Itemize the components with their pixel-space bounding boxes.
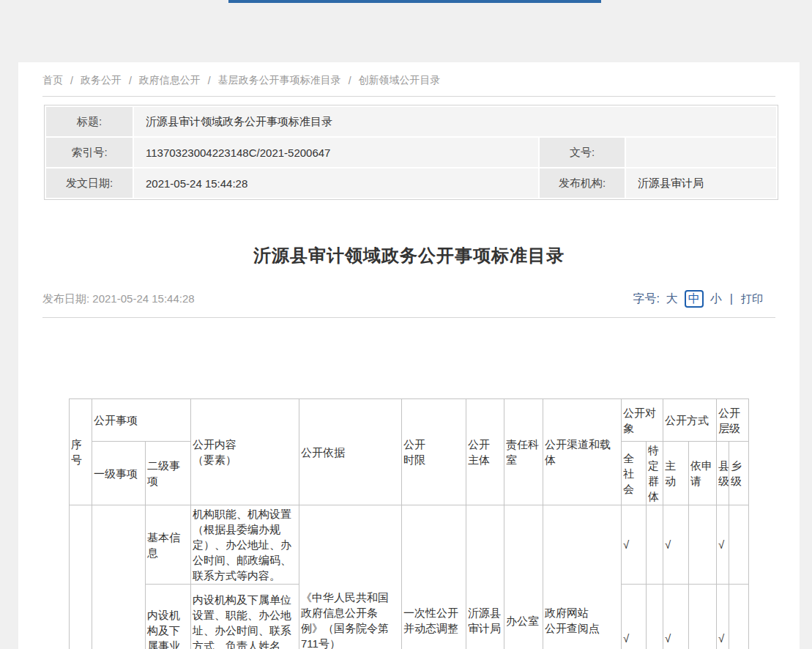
header-time-limit: 公开 时限: [402, 399, 466, 505]
meta-index-label: 索引号:: [46, 138, 133, 167]
header-method-group: 公开方式: [663, 399, 717, 442]
header-active: 主 动: [663, 442, 689, 505]
header-level-group: 公开 层级: [717, 399, 749, 442]
header-channel: 公开渠道和载 体: [543, 399, 622, 505]
cell-check-county: √: [717, 585, 729, 649]
print-button[interactable]: 打印: [741, 292, 763, 306]
meta-agency-value: 沂源县审计局: [626, 168, 776, 198]
header-county: 县 级: [717, 442, 729, 505]
header-level1: 一级事项: [92, 442, 146, 505]
cell-content: 内设机构及下属单位 设置、职能、办公地 址、办公时间、联系 方式、负责人姓名: [191, 585, 299, 649]
content-card: 首页 / 政务公开 / 政府信息公开 / 基层政务公开事项标准目录 / 创新领域…: [18, 62, 800, 649]
header-office: 责任科 室: [504, 399, 543, 505]
cell-basis: 《中华人民共和国 政府信息公开条 例》（国务院令第 711号）: [299, 505, 402, 649]
document-meta-table: 标题: 沂源县审计领域政务公开事项标准目录 索引号: 1137032300422…: [44, 105, 778, 200]
cell-check-specific-group: [647, 585, 663, 649]
breadcrumb-catalog[interactable]: 基层政务公开事项标准目录: [218, 74, 341, 87]
top-nav-accent-bar: [228, 0, 601, 3]
breadcrumb-separator: /: [349, 75, 351, 86]
header-seq: 序 号: [70, 399, 92, 505]
page-title: 沂源县审计领域政务公开事项标准目录: [18, 244, 800, 267]
publish-row: 发布日期: 2021-05-24 15:44:28 字号: 大 中 小 | 打印: [42, 289, 763, 308]
cell-level2: 内设机 构及下 属事业 单位: [146, 585, 191, 649]
catalog-row-basic-info: 基本信 息 机构职能、机构设置 （根据县委编办规 定）、办公地址、办 公时间、邮…: [70, 505, 749, 585]
header-item-group: 公开事项: [92, 399, 191, 442]
cell-check-on-request: [689, 585, 717, 649]
publish-date-label: 发布日期:: [42, 292, 89, 305]
breadcrumb: 首页 / 政务公开 / 政府信息公开 / 基层政务公开事项标准目录 / 创新领域…: [42, 74, 441, 87]
font-size-large-button[interactable]: 大: [666, 292, 678, 307]
header-specific-group: 特 定 群 体: [647, 442, 663, 505]
cell-content: 机构职能、机构设置 （根据县委编办规 定）、办公地址、办 公时间、邮政编码、 联…: [191, 505, 299, 585]
cell-level2: 基本信 息: [146, 505, 191, 585]
meta-date-value: 2021-05-24 15:44:28: [134, 168, 538, 198]
header-content: 公开内容 （要素）: [191, 399, 299, 505]
meta-index-value: 11370323004223148C/2021-5200647: [134, 138, 538, 167]
catalog-table: 序 号 公开事项 公开内容 （要素） 公开依据 公开 时限 公开 主体 责任科 …: [69, 398, 749, 649]
cell-seq: [70, 505, 92, 649]
cell-level1: [92, 505, 146, 649]
cell-check-specific-group: [647, 505, 663, 585]
header-target-group: 公开对 象: [622, 399, 663, 442]
meta-docnum-label: 文号:: [540, 138, 625, 167]
font-size-label: 字号:: [633, 292, 659, 307]
breadcrumb-current[interactable]: 创新领域公开目录: [359, 74, 441, 87]
meta-title-value: 沂源县审计领域政务公开事项标准目录: [134, 107, 776, 136]
breadcrumb-home[interactable]: 首页: [42, 74, 63, 87]
cell-check-township: [729, 505, 749, 585]
breadcrumb-divider: [42, 96, 775, 97]
header-all-society: 全社 会: [622, 442, 647, 505]
article-divider: [42, 317, 775, 318]
cell-check-active: √: [663, 585, 689, 649]
cell-check-all-society: √: [622, 505, 647, 585]
header-basis: 公开依据: [299, 399, 402, 505]
header-on-request: 依申 请: [689, 442, 717, 505]
cell-office: 办公室: [504, 505, 543, 649]
cell-check-all-society: √: [622, 585, 647, 649]
breadcrumb-separator: /: [70, 75, 73, 86]
publish-date-value: 2021-05-24 15:44:28: [92, 292, 194, 305]
cell-subject: 沂源县 审计局: [466, 505, 504, 649]
cell-check-county: √: [717, 505, 729, 585]
cell-check-township: [729, 585, 749, 649]
meta-docnum-value: [626, 138, 776, 167]
meta-row-title: 标题: 沂源县审计领域政务公开事项标准目录: [46, 107, 776, 136]
breadcrumb-separator: /: [129, 75, 132, 86]
breadcrumb-zhengwu[interactable]: 政务公开: [81, 74, 122, 87]
font-size-controls: 字号: 大 中 小 | 打印: [633, 290, 763, 308]
font-size-small-button[interactable]: 小: [710, 292, 722, 307]
meta-agency-label: 发布机构:: [540, 168, 625, 198]
cell-channel: 政府网站 公开查阅点: [543, 505, 622, 649]
header-level2: 二级事 项: [146, 442, 191, 505]
publish-date: 发布日期: 2021-05-24 15:44:28: [42, 292, 195, 306]
meta-row-index: 索引号: 11370323004223148C/2021-5200647 文号:: [46, 138, 776, 167]
cell-check-active: √: [663, 505, 689, 585]
cell-time-limit: 一次性公开 并动态调整: [402, 505, 466, 649]
breadcrumb-separator: /: [208, 75, 211, 86]
cell-check-on-request: [689, 505, 717, 585]
breadcrumb-gov-info[interactable]: 政府信息公开: [139, 74, 201, 87]
meta-title-label: 标题:: [46, 107, 133, 136]
controls-divider: |: [729, 292, 734, 305]
header-subject: 公开 主体: [466, 399, 504, 505]
font-size-medium-button[interactable]: 中: [685, 290, 704, 308]
meta-date-label: 发文日期:: [46, 168, 133, 198]
header-township: 乡 级: [729, 442, 749, 505]
catalog-header-row-1: 序 号 公开事项 公开内容 （要素） 公开依据 公开 时限 公开 主体 责任科 …: [70, 399, 749, 442]
meta-row-date: 发文日期: 2021-05-24 15:44:28 发布机构: 沂源县审计局: [46, 168, 776, 198]
